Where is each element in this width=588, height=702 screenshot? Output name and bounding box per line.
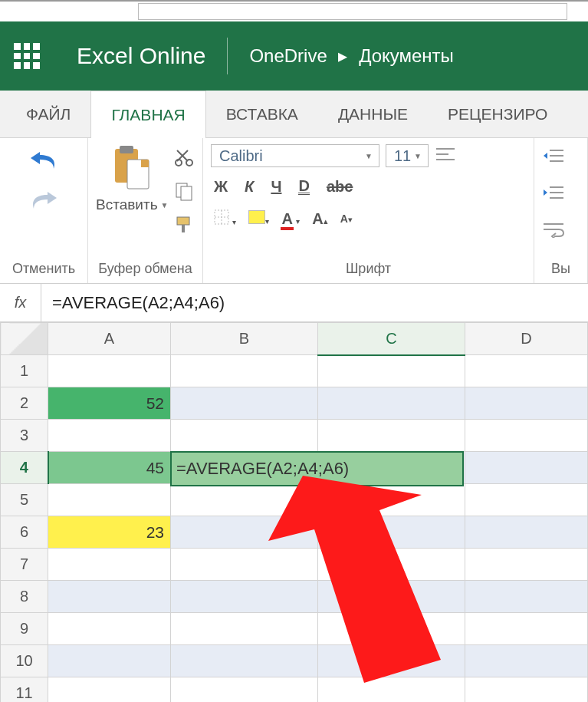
cell-d11[interactable]: [465, 677, 588, 703]
wrap-text-icon[interactable]: [542, 221, 580, 241]
cell-a3[interactable]: [48, 420, 171, 452]
strikethrough-button[interactable]: abc: [327, 178, 353, 196]
column-header-b[interactable]: B: [171, 323, 318, 355]
svg-point-5: [186, 160, 192, 166]
tab-data[interactable]: ДАННЫЕ: [318, 91, 428, 137]
group-label-undo: Отменить: [8, 258, 80, 282]
cell-d1[interactable]: [465, 355, 588, 387]
app-launcher-icon[interactable]: [14, 43, 40, 69]
cell-a9[interactable]: [48, 613, 171, 645]
row-header[interactable]: 4: [1, 452, 48, 484]
double-underline-button[interactable]: D: [298, 179, 309, 195]
cell-c3[interactable]: [318, 420, 465, 452]
svg-rect-1: [120, 146, 133, 153]
ribbon-tabs: ФАЙЛ ГЛАВНАЯ ВСТАВКА ДАННЫЕ РЕЦЕНЗИРО: [0, 91, 588, 138]
cell-a5[interactable]: [48, 484, 171, 516]
tab-file[interactable]: ФАЙЛ: [6, 91, 90, 137]
breadcrumb-root[interactable]: OneDrive: [249, 45, 327, 66]
cell-a11[interactable]: [48, 677, 171, 703]
separator: [227, 38, 228, 74]
cell-d3[interactable]: [465, 420, 588, 452]
breadcrumb-folder[interactable]: Документы: [359, 45, 454, 66]
cell-a1[interactable]: [48, 355, 171, 387]
tab-home[interactable]: ГЛАВНАЯ: [90, 91, 205, 138]
row-header[interactable]: 9: [1, 613, 48, 645]
cell-a4[interactable]: 45: [48, 452, 171, 484]
row-header[interactable]: 8: [1, 581, 48, 613]
cell-a8[interactable]: [48, 581, 171, 613]
svg-rect-3: [141, 160, 149, 167]
cell-b1[interactable]: [171, 355, 318, 387]
group-label-font: Шрифт: [211, 258, 526, 282]
tab-insert[interactable]: ВСТАВКА: [206, 91, 318, 137]
cell-d2[interactable]: [465, 387, 588, 420]
cell-d8[interactable]: [465, 581, 588, 613]
cell-a6[interactable]: 23: [48, 516, 171, 549]
font-color-button[interactable]: A ▾: [281, 210, 300, 228]
cell-a2[interactable]: 52: [48, 387, 171, 420]
chevron-down-icon: ▼: [365, 152, 373, 160]
align-menu-icon[interactable]: [435, 146, 456, 166]
row-header[interactable]: 5: [1, 484, 48, 516]
select-all-corner[interactable]: [1, 323, 48, 355]
format-painter-icon[interactable]: [174, 215, 194, 238]
group-alignment: Вы: [534, 138, 588, 283]
cell-d9[interactable]: [465, 613, 588, 645]
svg-rect-9: [182, 225, 185, 232]
row-header[interactable]: 2: [1, 387, 48, 420]
title-bar: Excel Online OneDrive ▸ Документы: [0, 21, 588, 91]
fx-icon[interactable]: fx: [0, 284, 41, 321]
group-font: Calibri ▼ 11 ▼ Ж К Ч D abc: [203, 138, 534, 283]
cell-d4[interactable]: [465, 452, 588, 484]
cell-b3[interactable]: [171, 420, 318, 452]
grow-font-button[interactable]: A▴: [312, 210, 327, 228]
app-brand: Excel Online: [77, 43, 205, 69]
borders-button[interactable]: ▾: [214, 209, 236, 228]
svg-rect-7: [181, 186, 192, 200]
column-header-a[interactable]: A: [48, 323, 171, 355]
cut-icon[interactable]: [174, 147, 194, 170]
chevron-down-icon[interactable]: ▼: [161, 201, 169, 209]
cell-c2[interactable]: [318, 387, 465, 420]
row-header[interactable]: 11: [1, 677, 48, 703]
row-header[interactable]: 6: [1, 516, 48, 549]
undo-icon[interactable]: [26, 149, 61, 173]
bold-button[interactable]: Ж: [214, 178, 228, 196]
breadcrumb[interactable]: OneDrive ▸ Документы: [249, 45, 453, 67]
copy-icon[interactable]: [174, 181, 194, 204]
decrease-indent-icon[interactable]: [542, 147, 580, 167]
column-header-d[interactable]: D: [465, 323, 588, 355]
group-undo: Отменить: [0, 138, 88, 283]
font-size-value: 11: [394, 147, 411, 165]
fill-color-button[interactable]: ▾: [248, 210, 269, 227]
ribbon: Отменить Вставить▼: [0, 138, 588, 284]
tab-review[interactable]: РЕЦЕНЗИРО: [428, 91, 567, 137]
group-clipboard: Вставить▼ Буфер обмена: [88, 138, 203, 283]
font-size-select[interactable]: 11 ▼: [386, 144, 429, 167]
cell-c1[interactable]: [318, 355, 465, 387]
paste-button[interactable]: Вставить▼: [96, 144, 168, 213]
row-header[interactable]: 3: [1, 420, 48, 452]
increase-indent-icon[interactable]: [542, 184, 580, 204]
chevron-right-icon: ▸: [338, 45, 347, 66]
column-header-c[interactable]: C: [318, 323, 465, 355]
row-header[interactable]: 1: [1, 355, 48, 387]
formula-bar: fx: [0, 284, 588, 322]
cell-d5[interactable]: [465, 484, 588, 516]
row-header[interactable]: 10: [1, 645, 48, 677]
underline-button[interactable]: Ч: [271, 178, 281, 196]
formula-input[interactable]: [41, 293, 588, 313]
cell-b2[interactable]: [171, 387, 318, 420]
cell-d6[interactable]: [465, 516, 588, 549]
cell-d7[interactable]: [465, 549, 588, 581]
browser-chrome-strip: [0, 0, 588, 21]
shrink-font-button[interactable]: A▾: [340, 212, 353, 226]
cell-a10[interactable]: [48, 645, 171, 677]
redo-icon[interactable]: [26, 189, 61, 213]
row-header[interactable]: 7: [1, 549, 48, 581]
font-name-select[interactable]: Calibri ▼: [211, 144, 379, 167]
cell-a7[interactable]: [48, 549, 171, 581]
cell-d10[interactable]: [465, 645, 588, 677]
group-label-align: Вы: [542, 258, 580, 282]
italic-button[interactable]: К: [245, 178, 254, 196]
